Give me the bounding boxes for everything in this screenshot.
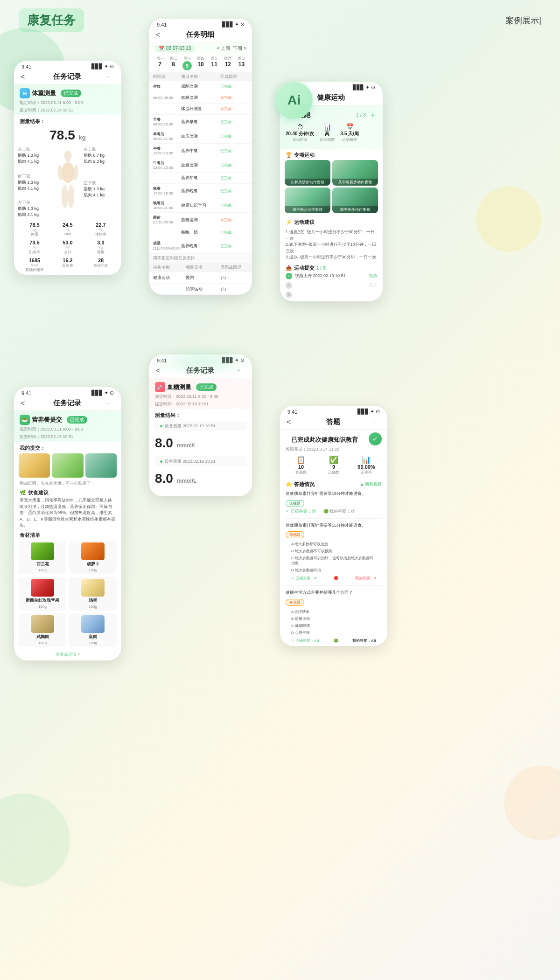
back-button[interactable]: <: [156, 367, 160, 375]
week-days: 周一 7 周二 8 周三 9 周四 10 周五 11 周六 12 周日 13: [149, 54, 252, 72]
submit-row-2: 2 图片: [286, 281, 377, 290]
status-time: 9:41: [157, 22, 167, 28]
meal-food-5: 鸡胸肉 100g: [19, 613, 66, 647]
next-week[interactable]: 下周 >: [233, 45, 246, 52]
stat-weight: 78.5 kg 体重: [19, 222, 50, 237]
svg-point-4: [72, 165, 79, 181]
video-link[interactable]: ▶ 回看视频: [361, 481, 382, 487]
back-button[interactable]: <: [21, 399, 25, 408]
sport-img-label-2: 头和肩膀步动作要领: [332, 179, 378, 186]
meal-submitted: 提交时间：2022.02.19 10:51: [20, 434, 116, 440]
back-button[interactable]: <: [287, 418, 291, 426]
task-row: 早餐08:00-10:00 营养早餐 已完成›: [149, 115, 252, 129]
submit-title: 📤 运动提交 1 / 3: [286, 264, 377, 271]
date-row: 📅 03.07-03.13 < 上周 下周 >: [149, 42, 252, 54]
meal-grid: 西兰花 100g 胡萝卜 100g 新西兰红玫瑰苹果 100g 鸡蛋 100g …: [14, 541, 121, 650]
task-table-header: 时间段 项目名称 完成情况: [149, 72, 252, 81]
leaf-icon: 🌿: [20, 490, 26, 496]
stat-protein: 16.2 蛋白质: [52, 257, 84, 272]
status-icons: ▊▊▊ ✦ ⊙: [353, 84, 375, 90]
task-row: 每晚一情 已完成›: [149, 227, 252, 238]
device-icon-1: ●: [160, 423, 163, 429]
date-badge: 📅 03.07-03.13: [155, 45, 195, 52]
weight-icon: ⊞: [20, 88, 30, 98]
complete-title: 已完成此次健康知识教育: [286, 433, 364, 445]
nav-plus[interactable]: ＋: [105, 73, 115, 80]
weight-stats-row2: 73.5 % 肌肉率 53.0 % 水分 3.0 kg 骨量: [14, 239, 121, 257]
sport-metrics: ⏱ 20-40 分钟/次 运动时长 📊 高 运动强度 📅 3-5 天/周 运动频…: [286, 120, 377, 145]
left-lower: 左下肢 脂肪 1.3 kg 肌肉 4.1 kg: [18, 200, 52, 218]
metric-duration: ⏱ 20-40 分钟/次 运动时长: [286, 123, 314, 142]
status-icons: ▊▊▊ ✦ ⊙: [222, 357, 245, 363]
device-row-1: ● 设备测量 2022.02.19 10:51: [154, 421, 247, 431]
result-label: 测量结果：: [20, 118, 116, 125]
sport-img-2[interactable]: 头和肩膀步动作要领: [332, 160, 378, 186]
body-figure: [54, 146, 82, 218]
weight-scheduled: 规定时段：2022.03.11 6:00 - 9:00: [20, 100, 116, 106]
sport-img-3[interactable]: 踝平跑步动作要领: [285, 188, 330, 213]
stat-bmi: 24.5 % BMI: [52, 222, 84, 237]
food-img-carrot: [81, 542, 105, 560]
video-icon: ▶: [361, 482, 364, 487]
phone-task: 9:41 ▊▊▊ ✦ ⊙ < 任务明细 📅 03.07-03.13 < 上周 下…: [149, 19, 252, 295]
status-bar: 9:41 ▊▊▊ ✦ ⊙: [149, 354, 252, 364]
meal-photo-3[interactable]: [85, 453, 117, 478]
phone-weight: 9:41 ▊▊▊ ✦ ⊙ < 任务记录 ＋ ⊞ 体重测量 已完成 规定时段：20…: [14, 61, 121, 275]
meal-title-row: 🥗 营养餐提交 已完成: [20, 415, 116, 425]
sport-img-label-4: 踝平跑步动作要领: [332, 206, 378, 213]
task-row: 空腹 尿酮监测 已完成›: [149, 81, 252, 92]
meal-photo-2[interactable]: [52, 453, 83, 478]
answer-check-3: ✓ 正确答案：AB 🟢 我的答案：AB: [286, 637, 382, 644]
device-label-1: 设备测量 2022.02.19 10:51: [165, 423, 216, 429]
quiz-question-2: 速效胰岛素打完针需要等15分钟才能进食。 单选题 A 绝大多数都可以治愈 B 绝…: [280, 521, 387, 584]
blood-header: 💉 血糖测量 已完成 规定时段：2022.03.11 6:00 - 9:00 提…: [149, 378, 252, 409]
stat-bone: 3.0 kg 骨量: [85, 240, 117, 255]
metric-intensity: 📊 高 运动强度: [320, 123, 335, 142]
sport-img-1[interactable]: 头和肩膀步动作要领: [285, 160, 330, 186]
nav-plus[interactable]: ＋: [371, 418, 381, 425]
weekday-7: 周日 13: [235, 56, 248, 70]
nav-plus[interactable]: ＋: [105, 400, 115, 407]
submit-row-3: 3: [286, 290, 377, 299]
sport-count: 1 / 3: [356, 112, 366, 118]
status-bar: 9:41 ▊▊▊ ✦ ⊙: [14, 61, 121, 70]
back-button[interactable]: <: [21, 73, 25, 81]
nav-plus[interactable]: ＋: [236, 367, 245, 374]
answer-check-2: ✓ 正确答案：A 🔴 我的答案：B: [286, 575, 382, 582]
right-upper: 右上肢 脂肪 0.7 kg 肌肉 2.3 kg: [84, 146, 118, 165]
prev-week[interactable]: < 上周: [217, 45, 231, 52]
phone-quiz: 9:41 ▊▊▊ ✦ ⊙ < 答题 ＋ 已完成此次健康知识教育 ✓ 答题完成：2…: [280, 406, 387, 646]
nav-title: 任务记录: [28, 399, 105, 408]
stat-muscle: 73.5 % 肌肉率: [19, 240, 50, 255]
back-button[interactable]: <: [156, 31, 160, 39]
sport-plus[interactable]: ＋: [369, 109, 377, 120]
meal-scheduled: 规定时段：2022.03.11 6:00 - 9:00: [20, 426, 116, 432]
body-diagram: 左上肢 脂肪 1.3 kg 肌肉 4.1 kg 躯干部 脂肪 1.3 kg 肌肉…: [14, 145, 121, 220]
irregular-row: 健康运动 慢跑 1/3›: [149, 272, 252, 284]
trunk: 躯干部 脂肪 1.3 kg 肌肉 4.1 kg: [18, 174, 52, 192]
question-tag-1: 选择题: [286, 500, 304, 507]
result-label: 测量结果：: [155, 412, 246, 419]
sport-img-label-3: 踝平跑步动作要领: [285, 206, 330, 213]
meal-food-6: 鱼肉 100g: [69, 613, 117, 647]
sport-img-label-1: 头和肩膀步动作要领: [285, 179, 330, 186]
quiz-options-2: A 绝大多数都可以治愈 B 绝大多数都不可以预防 C 绝大多数都可以治疗，也可以…: [286, 540, 382, 575]
done-badge: 已完成: [61, 90, 81, 97]
sport-advice: 1.慢跑(快)–饭后一小时进行不少于30分钟，一日一次 2.跑下者跑–饭后一小时…: [280, 227, 383, 263]
sport-images: 头和肩膀步动作要领 头和肩膀步动作要领 踝平跑步动作要领 踝平跑步动作要领: [280, 160, 383, 216]
blood-scheduled: 规定时段：2022.03.11 6:00 - 9:00: [155, 394, 246, 400]
blood-value-2: 8.0 mmol/L: [149, 469, 252, 487]
meal-footer[interactable]: 营养品详情 >: [14, 650, 121, 660]
status-bar: 9:41 ▊▊▊ ✦ ⊙: [149, 19, 252, 28]
sport-img-4[interactable]: 踝平跑步动作要领: [332, 188, 378, 213]
nav-title: 任务记录: [164, 366, 236, 375]
weight-submitted: 提交时间：2022.02.19 10:51: [20, 107, 116, 113]
meal-food-4: 鸡蛋 100g: [69, 577, 117, 611]
meal-photo-1[interactable]: [19, 453, 50, 478]
task-row: 晚餐后19:00-21:00 健康知识学习 已完成›: [149, 198, 252, 213]
task-row: 午餐12:00-13:00 营养午餐 已完成›: [149, 144, 252, 158]
meal-task-title: 营养餐提交: [32, 416, 62, 424]
blood-value-1: 8.0 mmol/l: [149, 434, 252, 452]
answer-row-1: ✓ 正确答案：对 🟢 我的答案：对: [286, 508, 382, 514]
status-icons: ▊▊▊ ✦ ⊙: [222, 21, 245, 28]
